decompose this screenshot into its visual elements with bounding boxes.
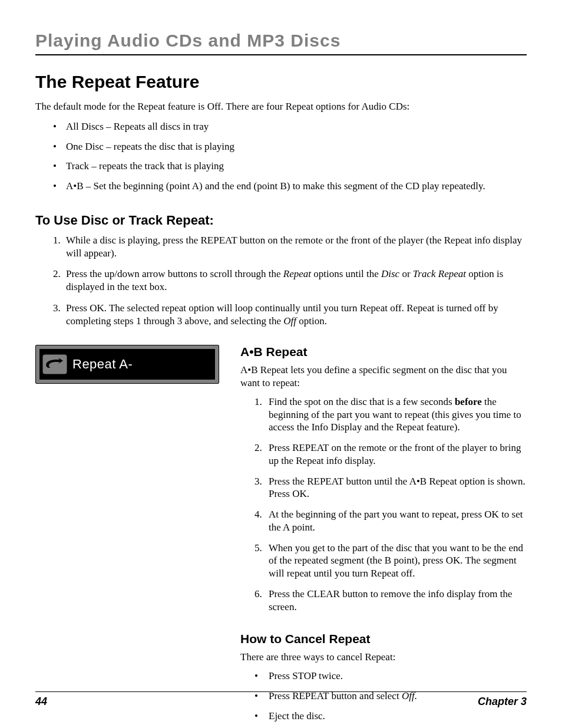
page-footer: 44 Chapter 3	[35, 691, 527, 708]
chapter-title: Playing Audio CDs and MP3 Discs	[35, 31, 527, 51]
list-item: Track – repeats the track that is playin…	[53, 160, 527, 173]
item-text: Press STOP twice.	[269, 670, 343, 681]
list-item: When you get to the part of the disc tha…	[254, 542, 527, 580]
ab-heading: A•B Repeat	[240, 345, 527, 359]
list-item: At the beginning of the part you want to…	[254, 508, 527, 534]
step-text: Press OK. The selected repeat option wil…	[66, 302, 498, 327]
list-item: Press the up/down arrow buttons to scrol…	[53, 268, 527, 294]
list-item: Find the spot on the disc that is a few …	[254, 396, 527, 434]
section-title: The Repeat Feature	[35, 72, 527, 92]
step-text: Press REPEAT on the remote or the front …	[269, 442, 521, 466]
italic: Disc	[381, 268, 399, 279]
svg-rect-0	[42, 354, 67, 374]
bold: before	[455, 396, 482, 407]
step-text: or	[399, 268, 413, 279]
two-column: Repeat A- A•B Repeat A•B Repeat lets you…	[35, 345, 527, 728]
ab-intro: A•B Repeat lets you define a specific se…	[240, 364, 527, 390]
osd-inner: Repeat A-	[39, 349, 215, 380]
ab-steps: Find the spot on the disc that is a few …	[240, 396, 527, 614]
list-item: One Disc – repeats the disc that is play…	[53, 140, 527, 153]
page-number: 44	[35, 696, 47, 708]
step-text: Press the up/down arrow buttons to scrol…	[66, 268, 283, 279]
step-text: When you get to the part of the disc tha…	[269, 542, 523, 579]
italic: Repeat	[283, 268, 311, 279]
repeat-icon	[42, 354, 68, 375]
rule	[35, 54, 527, 55]
step-text: Press the CLEAR button to remove the inf…	[269, 588, 513, 612]
item-text: Eject the disc.	[269, 710, 325, 722]
step-text: option.	[296, 315, 327, 327]
list-item: Press OK. The selected repeat option wil…	[53, 302, 527, 328]
list-item: Press the CLEAR button to remove the inf…	[254, 588, 527, 614]
osd-label: Repeat A-	[72, 357, 133, 372]
italic: Off	[283, 315, 296, 327]
step-text: While a disc is playing, press the REPEA…	[66, 235, 522, 259]
osd-column: Repeat A-	[35, 345, 219, 728]
list-item: All Discs – Repeats all discs in tray	[53, 120, 527, 133]
step-text: Find the spot on the disc that is a few …	[269, 396, 455, 407]
list-item: Press the REPEAT button until the A•B Re…	[254, 475, 527, 501]
cancel-intro: There are three ways to cancel Repeat:	[240, 651, 527, 664]
osd-graphic: Repeat A-	[35, 345, 219, 384]
right-column: A•B Repeat A•B Repeat lets you define a …	[240, 345, 527, 728]
options-list: All Discs – Repeats all discs in tray On…	[35, 120, 527, 193]
list-item: While a disc is playing, press the REPEA…	[53, 234, 527, 260]
list-item: A•B – Set the beginning (point A) and th…	[53, 180, 527, 193]
list-item: Eject the disc.	[254, 710, 527, 723]
step-text: At the beginning of the part you want to…	[269, 509, 523, 533]
list-item: Press REPEAT on the remote or the front …	[254, 442, 527, 467]
step-text: options until the	[311, 268, 381, 279]
page: Playing Audio CDs and MP3 Discs The Repe…	[0, 0, 562, 728]
italic: Track Repeat	[413, 268, 466, 279]
subsection-title: To Use Disc or Track Repeat:	[35, 213, 527, 228]
step-text: Press the REPEAT button until the A•B Re…	[269, 476, 525, 500]
chapter-label: Chapter 3	[478, 696, 527, 708]
intro-paragraph: The default mode for the Repeat feature …	[35, 100, 527, 113]
cancel-heading: How to Cancel Repeat	[240, 632, 527, 646]
list-item: Press STOP twice.	[254, 670, 527, 683]
steps-list: While a disc is playing, press the REPEA…	[35, 234, 527, 328]
